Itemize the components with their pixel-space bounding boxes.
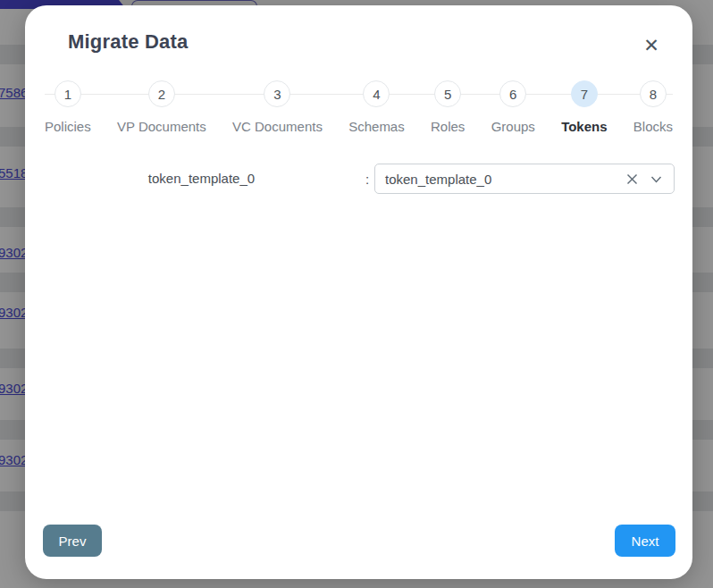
step-number: 2 xyxy=(148,80,175,107)
step-number: 6 xyxy=(499,80,526,107)
modal-footer: Prev Next xyxy=(43,525,675,557)
target-token-select[interactable]: token_template_0 xyxy=(374,164,675,194)
step-schemas[interactable]: 4 Schemas xyxy=(348,80,405,134)
step-number: 5 xyxy=(434,80,461,107)
source-token-label: token_template_0 xyxy=(148,171,255,186)
target-token-select-value: token_template_0 xyxy=(375,172,625,187)
step-roles[interactable]: 5 Roles xyxy=(431,80,465,134)
token-mapping-row: token_template_0 : token_template_0 xyxy=(43,164,675,194)
step-number: 4 xyxy=(363,80,390,107)
step-tokens[interactable]: 7 Tokens xyxy=(561,80,607,134)
close-icon[interactable]: ✕ xyxy=(637,30,666,59)
migration-stepper: 1 Policies 2 VP Documents 3 VC Documents… xyxy=(43,80,675,134)
step-label: Groups xyxy=(491,119,535,134)
step-groups[interactable]: 6 Groups xyxy=(491,80,535,134)
step-label: Policies xyxy=(45,119,91,134)
modal-header: Migrate Data ✕ xyxy=(25,5,692,54)
step-number: 1 xyxy=(55,80,81,107)
step-policies[interactable]: 1 Policies xyxy=(45,80,91,134)
step-number: 3 xyxy=(264,80,290,107)
next-button[interactable]: Next xyxy=(615,525,675,557)
prev-button[interactable]: Prev xyxy=(43,525,102,557)
migrate-data-modal: Migrate Data ✕ 1 Policies 2 VP Documents… xyxy=(25,5,692,579)
step-vc-documents[interactable]: 3 VC Documents xyxy=(232,80,323,134)
clear-icon[interactable] xyxy=(625,172,639,186)
modal-title: Migrate Data xyxy=(68,30,650,54)
chevron-down-icon[interactable] xyxy=(650,172,663,186)
step-label: Schemas xyxy=(348,119,405,134)
step-label: Tokens xyxy=(561,119,607,134)
step-label: Roles xyxy=(431,119,465,134)
step-blocks[interactable]: 8 Blocks xyxy=(633,80,673,134)
step-label: Blocks xyxy=(633,119,673,134)
source-token-label-column: token_template_0 xyxy=(43,171,360,187)
step-number: 8 xyxy=(640,80,667,107)
mapping-separator: : xyxy=(360,172,374,187)
step-number: 7 xyxy=(571,80,598,107)
step-label: VC Documents xyxy=(232,119,323,134)
step-label: VP Documents xyxy=(117,119,206,134)
step-vp-documents[interactable]: 2 VP Documents xyxy=(117,80,206,134)
